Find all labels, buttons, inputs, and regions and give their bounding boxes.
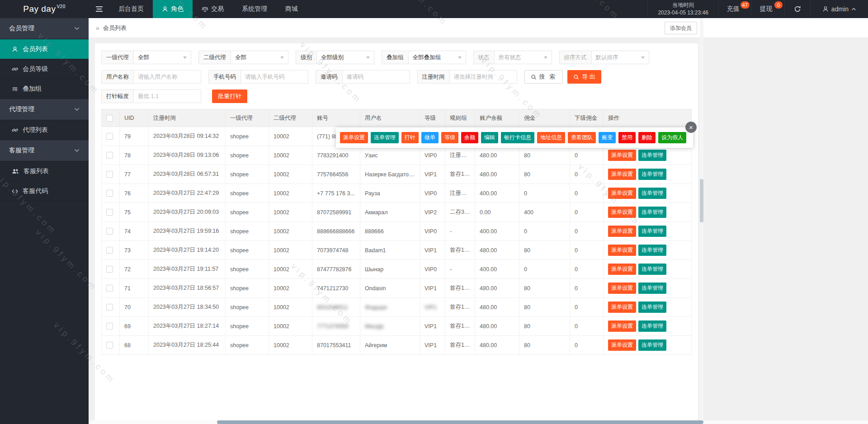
row-action-1[interactable]: 连单管理 [638, 283, 666, 294]
row-action-0[interactable]: 派单设置 [608, 150, 636, 161]
row-action-3[interactable]: 做单 [688, 339, 692, 351]
row-action-3[interactable]: 做单 [688, 207, 692, 218]
popup-action-7[interactable]: 银行卡信息 [501, 132, 534, 143]
popup-action-5[interactable]: 余额 [461, 132, 478, 143]
row-action-0[interactable]: 派单设置 [608, 188, 636, 199]
row-checkbox[interactable] [106, 209, 113, 216]
row-action-1[interactable]: 连单管理 [638, 169, 666, 180]
row-action-3[interactable]: 做单 [688, 320, 692, 332]
popup-action-12[interactable]: 删除 [638, 132, 656, 143]
sidebar-item-0-2[interactable]: 叠加组 [0, 79, 89, 99]
popup-action-4[interactable]: 等级 [441, 132, 458, 143]
popup-action-1[interactable]: 连单管理 [371, 132, 399, 143]
row-checkbox[interactable] [106, 171, 113, 178]
row-action-3[interactable]: 做单 [688, 226, 692, 237]
filter-input[interactable] [133, 70, 201, 84]
sidebar-item-2-0[interactable]: 客服列表 [0, 161, 89, 181]
row-action-3[interactable]: 做单 [688, 150, 692, 161]
row-checkbox[interactable] [106, 342, 113, 349]
withdraw-button[interactable]: 提现 0 [751, 0, 784, 18]
popup-close-button[interactable]: × [685, 122, 697, 133]
inject-range-input[interactable] [133, 90, 201, 103]
add-member-button[interactable]: 添加会员 [665, 22, 697, 34]
select-all-checkbox[interactable] [106, 115, 113, 122]
row-action-0[interactable]: 派单设置 [608, 264, 636, 275]
top-nav: 后台首页角色交易系统管理商城 [109, 0, 307, 18]
filter-select[interactable]: 所有状态 [494, 51, 552, 64]
sidebar-section-1[interactable]: 代理管理 [0, 99, 89, 120]
popup-action-2[interactable]: 打针 [401, 132, 419, 143]
row-action-3[interactable]: 做单 [688, 302, 692, 313]
export-button[interactable]: 导 出 [567, 70, 601, 84]
popup-action-10[interactable]: 账变 [599, 132, 616, 143]
sidebar-section-2[interactable]: 客服管理 [0, 140, 89, 161]
popup-action-13[interactable]: 设为假人 [658, 132, 686, 143]
row-action-3[interactable]: 做单 [688, 245, 692, 256]
row-action-3[interactable]: 做单 [688, 169, 692, 180]
nav-item-4[interactable]: 商城 [276, 0, 307, 18]
row-action-3[interactable]: 做单 [688, 264, 692, 275]
popup-action-9[interactable]: 查看团队 [568, 132, 596, 143]
row-action-0[interactable]: 派单设置 [608, 320, 636, 332]
row-action-0[interactable]: 派单设置 [608, 302, 636, 313]
row-action-1[interactable]: 连单管理 [638, 339, 666, 351]
row-action-1[interactable]: 连单管理 [638, 207, 666, 218]
filter-select[interactable]: 默认排序 [591, 51, 649, 64]
row-action-0[interactable]: 派单设置 [608, 169, 636, 180]
sidebar-section-0[interactable]: 会员管理 [0, 18, 89, 39]
recharge-button[interactable]: 充值 47 [718, 0, 751, 18]
cell-balance-value: 400.00 [480, 266, 497, 273]
row-action-3[interactable]: 做单 [688, 283, 692, 294]
sidebar-item-1-0[interactable]: 代理列表 [0, 120, 89, 140]
batch-inject-button[interactable]: 批量打针 [212, 90, 247, 103]
row-action-0[interactable]: 派单设置 [608, 207, 636, 218]
popup-action-3[interactable]: 做单 [421, 132, 439, 143]
filter-select[interactable]: 全部 [133, 51, 191, 64]
user-menu[interactable]: admin [810, 0, 868, 18]
row-checkbox[interactable] [106, 228, 113, 235]
search-button[interactable]: 搜 索 [524, 70, 563, 84]
row-checkbox[interactable] [106, 247, 113, 254]
row-checkbox[interactable] [106, 304, 113, 311]
sidebar-item-0-0[interactable]: 会员列表 [0, 39, 89, 59]
row-checkbox[interactable] [106, 133, 113, 140]
row-action-3[interactable]: 做单 [688, 188, 692, 199]
popup-action-0[interactable]: 派单设置 [340, 132, 368, 143]
row-action-1[interactable]: 连单管理 [638, 245, 666, 256]
row-action-1[interactable]: 连单管理 [638, 188, 666, 199]
popup-action-11[interactable]: 禁用 [618, 132, 636, 143]
sidebar-item-2-1[interactable]: 客服代码 [0, 181, 89, 201]
vertical-scrollbar-thumb[interactable] [700, 179, 703, 222]
row-action-0[interactable]: 派单设置 [608, 245, 636, 256]
popup-action-6[interactable]: 编辑 [481, 132, 498, 143]
nav-item-3[interactable]: 系统管理 [233, 0, 276, 18]
filter-select[interactable]: 全部 [231, 51, 288, 64]
row-checkbox[interactable] [106, 323, 113, 330]
filter-input[interactable] [342, 70, 410, 84]
filter-input[interactable] [241, 70, 308, 84]
sidebar-item-label: 代理列表 [23, 126, 48, 134]
row-action-1[interactable]: 连单管理 [638, 226, 666, 237]
row-action-1[interactable]: 连单管理 [638, 264, 666, 275]
row-action-0[interactable]: 派单设置 [608, 283, 636, 294]
menu-toggle-icon[interactable] [89, 0, 109, 18]
horizontal-scrollbar-thumb[interactable] [217, 420, 703, 424]
row-checkbox[interactable] [106, 285, 113, 292]
row-action-1[interactable]: 连单管理 [638, 302, 666, 313]
row-checkbox[interactable] [106, 190, 113, 197]
row-action-1[interactable]: 连单管理 [638, 320, 666, 332]
filter-select[interactable]: 全部叠加组 [408, 51, 466, 64]
filter-input[interactable] [449, 70, 517, 84]
nav-item-1[interactable]: 角色 [153, 0, 193, 18]
sidebar-item-0-1[interactable]: 会员等级 [0, 59, 89, 79]
row-checkbox[interactable] [106, 152, 113, 159]
row-checkbox[interactable] [106, 266, 113, 273]
nav-item-0[interactable]: 后台首页 [109, 0, 153, 18]
row-action-0[interactable]: 派单设置 [608, 226, 636, 237]
refresh-button[interactable] [784, 0, 810, 18]
nav-item-2[interactable]: 交易 [193, 0, 233, 18]
row-action-1[interactable]: 连单管理 [638, 150, 666, 161]
popup-action-8[interactable]: 地址信息 [537, 132, 565, 143]
filter-select[interactable]: 全部级别 [316, 51, 374, 64]
row-action-0[interactable]: 派单设置 [608, 339, 636, 351]
